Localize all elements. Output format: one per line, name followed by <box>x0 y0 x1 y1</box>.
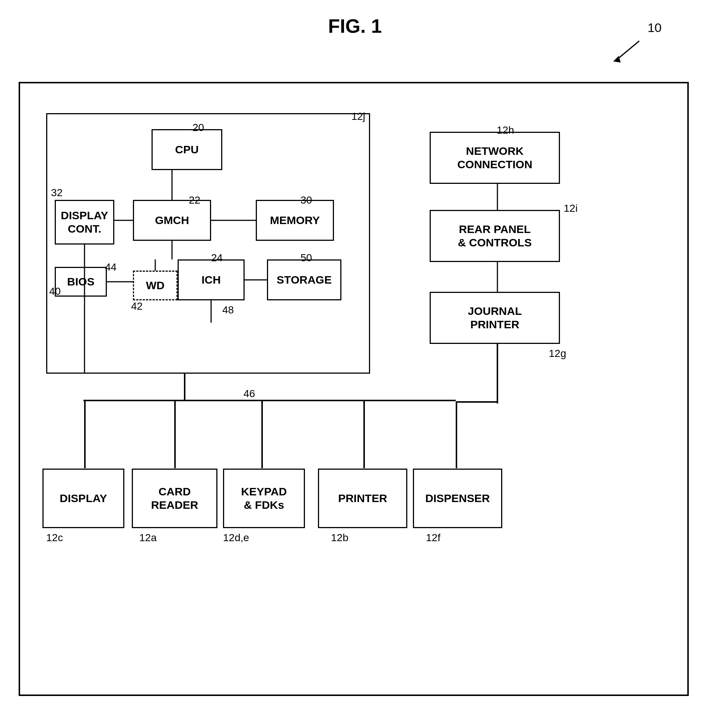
outer-system-box: 12j CPU 20 GMCH 22 MEMORY 30 DISPLAYCONT… <box>19 82 689 696</box>
ref-12b: 12b <box>331 532 349 544</box>
svg-line-0 <box>617 41 639 60</box>
figure-title: FIG. 1 <box>328 15 381 37</box>
ref-24: 24 <box>211 252 223 264</box>
dispenser-drop <box>456 401 457 468</box>
ref-12f: 12f <box>426 532 440 544</box>
card-reader-drop <box>174 401 176 468</box>
ref-42: 42 <box>131 300 142 312</box>
keypad-box: KEYPAD& FDKs <box>223 469 305 528</box>
ref-12i: 12i <box>564 202 578 214</box>
printer-box: PRINTER <box>318 469 407 528</box>
wd-box: WD <box>133 271 178 300</box>
ref-12j: 12j <box>352 111 365 122</box>
ich-box: ICH <box>178 259 245 300</box>
ref-20: 20 <box>192 122 204 133</box>
ref-12h: 12h <box>497 124 514 136</box>
rear-panel-box: REAR PANEL& CONTROLS <box>430 210 560 262</box>
printer-drop <box>363 401 365 468</box>
display-box: DISPLAY <box>43 469 124 528</box>
cpu-box: CPU <box>151 129 222 170</box>
ref-44: 44 <box>105 261 117 273</box>
inner-board-box: 12j CPU 20 GMCH 22 MEMORY 30 DISPLAYCONT… <box>46 113 370 374</box>
display-drop <box>84 401 86 468</box>
card-reader-box: CARDREADER <box>132 469 217 528</box>
journal-printer-box: JOURNALPRINTER <box>430 292 560 344</box>
keypad-drop <box>261 401 263 468</box>
ref-32: 32 <box>51 187 63 199</box>
storage-box: STORAGE <box>267 259 342 300</box>
ref-40: 40 <box>49 286 61 297</box>
ref-50: 50 <box>301 252 312 264</box>
ref-12de: 12d,e <box>223 532 249 544</box>
ref-12a: 12a <box>139 532 157 544</box>
dispenser-box: DISPENSER <box>413 469 502 528</box>
ref-30: 30 <box>301 194 312 206</box>
right-bus-horizontal <box>456 401 498 403</box>
memory-box: MEMORY <box>256 200 334 241</box>
ref-10-label: 10 <box>647 21 662 35</box>
main-bus-line <box>84 400 456 401</box>
display-cont-box: DISPLAYCONT. <box>55 200 114 245</box>
ref-48: 48 <box>222 304 234 316</box>
bios-box: BIOS <box>55 267 107 297</box>
right-vertical-bus <box>497 344 498 403</box>
ref-46: 46 <box>244 388 255 400</box>
ref-10-arrow <box>609 37 647 67</box>
network-box: NETWORKCONNECTION <box>430 132 560 184</box>
ref-12c: 12c <box>46 532 63 544</box>
ref-22: 22 <box>189 194 200 206</box>
ref-12g: 12g <box>549 348 566 360</box>
bus-drop-left <box>184 374 185 400</box>
